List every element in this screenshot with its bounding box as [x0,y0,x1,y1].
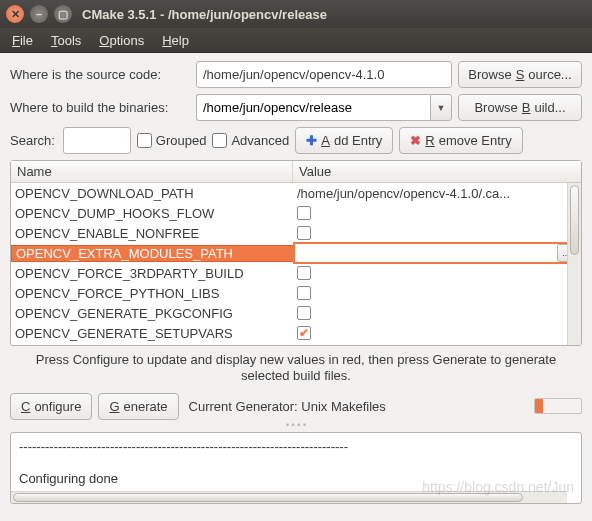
cell-name[interactable]: OPENCV_DOWNLOAD_PATH [11,186,293,201]
window-close-button[interactable]: ✕ [6,5,24,23]
progress-bar [534,398,582,414]
table-scrollbar[interactable] [567,183,581,345]
add-entry-button[interactable]: ✚Add Entry [295,127,393,154]
scrollbar-thumb[interactable] [570,185,579,255]
cell-name[interactable]: OPENCV_FORCE_PYTHON_LIBS [11,286,293,301]
current-generator-label: Current Generator: Unix Makefiles [189,399,528,414]
output-scrollbar-thumb[interactable] [13,493,523,502]
value-checkbox[interactable] [297,286,311,300]
cell-value[interactable]: ... [293,242,581,264]
plus-icon: ✚ [306,133,317,148]
output-horizontal-scrollbar[interactable] [11,491,567,503]
cell-name[interactable]: OPENCV_FORCE_3RDPARTY_BUILD [11,266,293,281]
cell-value[interactable] [293,266,581,280]
window-maximize-button[interactable]: ▢ [54,5,72,23]
cell-value[interactable]: ✔ [293,326,581,340]
cell-name[interactable]: OPENCV_GENERATE_PKGCONFIG [11,306,293,321]
menu-file[interactable]: File [12,33,33,48]
value-checkbox[interactable] [297,306,311,320]
menu-tools[interactable]: Tools [51,33,81,48]
column-header-value[interactable]: Value [293,161,581,182]
advanced-checkbox[interactable]: Advanced [212,133,289,148]
search-label: Search: [10,133,55,148]
hint-text: Press Configure to update and display ne… [10,346,582,393]
cell-value[interactable] [293,226,581,240]
table-row[interactable]: OPENCV_DUMP_HOOKS_FLOW [11,203,581,223]
remove-entry-button[interactable]: ✖Remove Entry [399,127,522,154]
window-titlebar: ✕ – ▢ CMake 3.5.1 - /home/jun/opencv/rel… [0,0,592,28]
table-row[interactable]: OPENCV_GENERATE_SETUPVARS✔ [11,323,581,343]
cell-value[interactable] [293,206,581,220]
value-checkbox[interactable] [297,266,311,280]
table-row[interactable]: OPENCV_FORCE_PYTHON_LIBS [11,283,581,303]
source-path-label: Where is the source code: [10,67,190,82]
value-checkbox[interactable]: ✔ [297,326,311,340]
cell-name[interactable]: OPENCV_GENERATE_SETUPVARS [11,326,293,341]
configure-button[interactable]: Configure [10,393,92,420]
value-checkbox[interactable] [297,206,311,220]
generate-button[interactable]: Generate [98,393,178,420]
cell-name[interactable]: OPENCV_ENABLE_NONFREE [11,226,293,241]
browse-build-button[interactable]: Browse Build... [458,94,582,121]
browse-source-button[interactable]: Browse Source... [458,61,582,88]
build-path-dropdown-button[interactable]: ▼ [430,94,452,121]
splitter-grip[interactable]: • • • • [10,422,582,428]
table-row[interactable]: OPENCV_GENERATE_PKGCONFIG [11,303,581,323]
remove-icon: ✖ [410,133,421,148]
table-row[interactable]: OPENCV_DOWNLOAD_PATH/home/jun/opencv/ope… [11,183,581,203]
build-path-input[interactable] [196,94,430,121]
output-panel[interactable]: ----------------------------------------… [10,432,582,504]
cell-name[interactable]: OPENCV_EXTRA_MODULES_PATH [11,245,293,262]
window-title: CMake 3.5.1 - /home/jun/opencv/release [82,7,327,22]
table-row[interactable]: OPENCV_FORCE_3RDPARTY_BUILD [11,263,581,283]
table-row[interactable]: OPENCV_EXTRA_MODULES_PATH... [11,243,581,263]
grouped-checkbox[interactable]: Grouped [137,133,207,148]
menu-options[interactable]: Options [99,33,144,48]
cell-value[interactable] [293,286,581,300]
value-path-input[interactable] [299,244,557,262]
search-input[interactable] [63,127,131,154]
table-row[interactable]: OPENCV_ENABLE_NONFREE [11,223,581,243]
column-header-name[interactable]: Name [11,161,293,182]
cache-table: Name Value OPENCV_DOWNLOAD_PATH/home/jun… [10,160,582,346]
value-checkbox[interactable] [297,226,311,240]
cell-value[interactable] [293,306,581,320]
window-minimize-button[interactable]: – [30,5,48,23]
build-path-label: Where to build the binaries: [10,100,190,115]
cell-name[interactable]: OPENCV_DUMP_HOOKS_FLOW [11,206,293,221]
cell-value[interactable]: /home/jun/opencv/opencv-4.1.0/.ca... [293,186,581,201]
menu-help[interactable]: Help [162,33,189,48]
menu-bar: File Tools Options Help [0,28,592,53]
source-path-input[interactable] [196,61,452,88]
